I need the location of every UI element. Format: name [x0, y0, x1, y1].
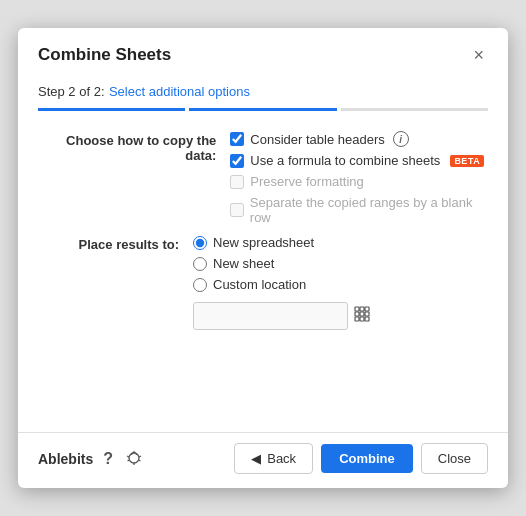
beta-badge: BETA: [450, 155, 484, 167]
svg-rect-4: [360, 312, 364, 316]
new-spreadsheet-label[interactable]: New spreadsheet: [193, 235, 374, 250]
separate-ranges-checkbox: [230, 203, 243, 217]
consider-headers-checkbox[interactable]: [230, 132, 244, 146]
copy-label: Choose how to copy the data:: [38, 131, 230, 163]
new-sheet-radio[interactable]: [193, 257, 207, 271]
help-button[interactable]: ?: [101, 450, 115, 468]
copy-data-row: Choose how to copy the data: Consider ta…: [38, 131, 488, 225]
back-label: Back: [267, 451, 296, 466]
separate-ranges-text: Separate the copied ranges by a blank ro…: [250, 195, 488, 225]
new-sheet-label[interactable]: New sheet: [193, 256, 374, 271]
svg-rect-3: [355, 312, 359, 316]
svg-rect-0: [355, 307, 359, 311]
use-formula-text: Use a formula to combine sheets: [250, 153, 440, 168]
location-input-wrap: [193, 302, 374, 330]
location-input[interactable]: [193, 302, 348, 330]
ablebits-logo: Ablebits: [38, 451, 93, 467]
info-icon[interactable]: i: [393, 131, 409, 147]
close-footer-button[interactable]: Close: [421, 443, 488, 474]
close-button[interactable]: ×: [469, 44, 488, 66]
dialog-body: Choose how to copy the data: Consider ta…: [18, 111, 508, 422]
svg-rect-5: [365, 312, 369, 316]
svg-rect-2: [365, 307, 369, 311]
new-sheet-text: New sheet: [213, 256, 274, 271]
grid-icon: [354, 306, 370, 322]
combine-sheets-dialog: Combine Sheets × Step 2 of 2: Select add…: [18, 28, 508, 488]
preserve-formatting-text: Preserve formatting: [250, 174, 363, 189]
svg-rect-1: [360, 307, 364, 311]
svg-rect-6: [355, 317, 359, 321]
bug-button[interactable]: [123, 448, 145, 470]
step-text: Step 2 of 2:: [38, 84, 105, 99]
grid-icon-button[interactable]: [350, 304, 374, 328]
dialog-footer: Ablebits ? ◀ Back Combine: [18, 432, 508, 488]
svg-rect-8: [365, 317, 369, 321]
step-link: Select additional options: [109, 84, 250, 99]
use-formula-label[interactable]: Use a formula to combine sheets BETA: [230, 153, 488, 168]
custom-location-radio[interactable]: [193, 278, 207, 292]
dialog-header: Combine Sheets ×: [18, 28, 508, 78]
combine-button[interactable]: Combine: [321, 444, 413, 473]
back-chevron: ◀: [251, 451, 261, 466]
consider-headers-label[interactable]: Consider table headers i: [230, 131, 488, 147]
svg-rect-7: [360, 317, 364, 321]
custom-location-text: Custom location: [213, 277, 306, 292]
footer-right: ◀ Back Combine Close: [234, 443, 488, 474]
place-label: Place results to:: [38, 235, 193, 252]
new-spreadsheet-radio[interactable]: [193, 236, 207, 250]
svg-point-9: [129, 453, 139, 463]
back-button[interactable]: ◀ Back: [234, 443, 313, 474]
separate-ranges-label: Separate the copied ranges by a blank ro…: [230, 195, 488, 225]
preserve-formatting-label: Preserve formatting: [230, 174, 488, 189]
preserve-formatting-checkbox: [230, 175, 244, 189]
bug-icon: [125, 448, 143, 466]
step-bar: Step 2 of 2: Select additional options: [18, 78, 508, 111]
place-controls: New spreadsheet New sheet Custom locatio…: [193, 235, 374, 330]
footer-left: Ablebits ?: [38, 448, 145, 470]
dialog-title: Combine Sheets: [38, 45, 171, 65]
consider-headers-text: Consider table headers: [250, 132, 384, 147]
new-spreadsheet-text: New spreadsheet: [213, 235, 314, 250]
use-formula-checkbox[interactable]: [230, 154, 244, 168]
place-results-row: Place results to: New spreadsheet New sh…: [38, 235, 488, 330]
custom-location-label[interactable]: Custom location: [193, 277, 374, 292]
copy-controls: Consider table headers i Use a formula t…: [230, 131, 488, 225]
